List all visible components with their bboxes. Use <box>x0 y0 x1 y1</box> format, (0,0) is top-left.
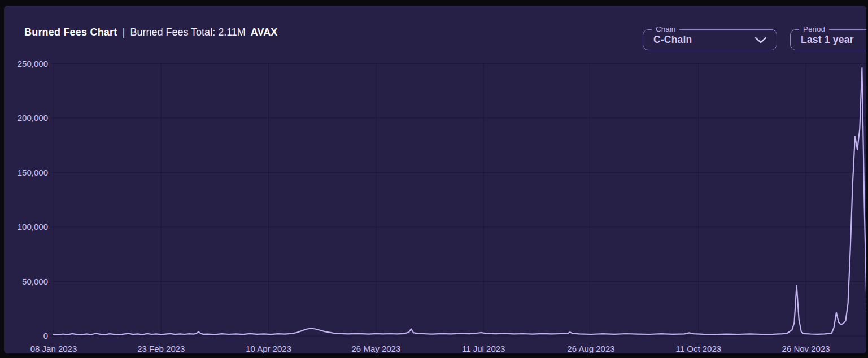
y-axis-tick-label: 100,000 <box>18 222 48 232</box>
x-axis-tick-label: 08 Jan 2023 <box>30 344 77 353</box>
y-axis-tick-label: 0 <box>43 331 48 340</box>
x-axis-tick-label: 26 Nov 2023 <box>782 344 830 353</box>
x-axis-tick-label: 11 Jul 2023 <box>462 344 505 353</box>
y-axis-tick-label: 200,000 <box>18 113 48 123</box>
y-axis-tick-label: 50,000 <box>22 277 48 286</box>
burned-fees-line-chart[interactable]: 050,000100,000150,000200,000250,00008 Ja… <box>4 6 866 353</box>
x-axis-tick-label: 26 Aug 2023 <box>567 344 614 353</box>
x-axis-tick-label: 11 Oct 2023 <box>675 344 721 353</box>
x-axis-tick-label: 10 Apr 2023 <box>246 344 291 353</box>
x-axis-tick-label: 26 May 2023 <box>352 344 401 353</box>
y-axis-tick-label: 150,000 <box>18 168 48 177</box>
burned-fees-chart-panel: Burned Fees Chart | Burned Fees Total: 2… <box>4 6 866 353</box>
x-axis-tick-label: 23 Feb 2023 <box>137 344 185 353</box>
y-axis-tick-label: 250,000 <box>18 59 48 68</box>
burned-fees-series-line <box>54 68 866 335</box>
